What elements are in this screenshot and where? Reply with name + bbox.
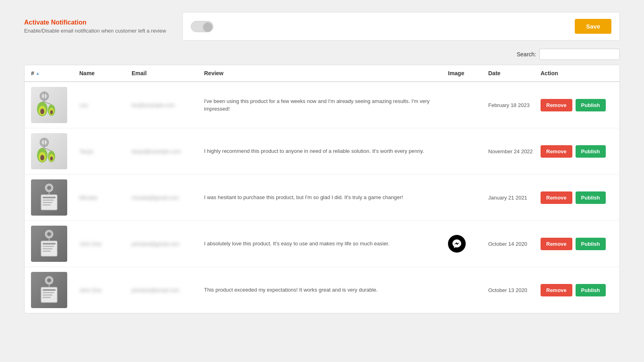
publish-button[interactable]: Publish <box>576 284 606 296</box>
svg-rect-34 <box>43 243 56 245</box>
col-hash: # ▲ <box>31 70 79 76</box>
reviewer-name: John Doe <box>79 287 132 293</box>
reviewer-email: johndoe@email.com <box>132 287 204 293</box>
review-content: I highly recommend this product to anyon… <box>204 147 448 155</box>
svg-rect-28 <box>43 202 52 203</box>
notification-title: Activate Notification <box>24 19 166 26</box>
svg-rect-26 <box>43 197 56 198</box>
review-date: February 18 2023 <box>488 102 541 108</box>
svg-rect-36 <box>43 248 52 249</box>
reviewer-name: Micaela <box>79 195 132 201</box>
notification-bar: Activate Notification Enable/Disable ema… <box>24 12 620 41</box>
remove-button[interactable]: Remove <box>541 191 572 204</box>
reviewer-email: micaela@gmail.com <box>132 195 204 201</box>
publish-button[interactable]: Publish <box>576 99 606 111</box>
review-date: October 14 2020 <box>488 241 541 247</box>
svg-point-31 <box>47 232 52 237</box>
search-input[interactable] <box>539 49 620 60</box>
hash-label: # <box>31 70 34 76</box>
product-thumbnail <box>31 133 67 169</box>
table-row: Micaela micaela@gmail.com I was hesitant… <box>25 175 619 221</box>
product-thumbnail <box>31 272 67 308</box>
svg-point-18 <box>50 156 53 160</box>
table-row: Tanya tanya@example.com I highly recomme… <box>25 128 619 175</box>
review-date: November 24 2022 <box>488 148 541 154</box>
sort-arrow-icon[interactable]: ▲ <box>36 71 40 76</box>
review-image-cell <box>448 235 488 253</box>
svg-rect-42 <box>43 289 56 291</box>
col-image: Image <box>448 70 488 76</box>
svg-rect-27 <box>43 200 54 201</box>
action-cell: Remove Publish <box>541 284 613 296</box>
svg-point-7 <box>50 110 53 114</box>
svg-point-39 <box>47 278 52 283</box>
table-row: John Doe johndoe@email.com This product … <box>25 267 619 313</box>
review-content: I've been using this product for a few w… <box>204 97 448 113</box>
col-date: Date <box>488 70 541 76</box>
messenger-logo-svg <box>452 239 462 249</box>
notification-description: Enable/Disable email notification when c… <box>24 28 166 34</box>
svg-rect-29 <box>43 204 51 206</box>
svg-rect-43 <box>43 292 54 293</box>
col-email: Email <box>132 70 204 76</box>
publish-button[interactable]: Publish <box>576 191 606 204</box>
reviews-table: # ▲ Name Email Review Image Date Action <box>24 65 620 313</box>
review-content: This product exceeded my expectations! I… <box>204 286 448 294</box>
table-row: John Doe johndoe@gmail.com I absolutely … <box>25 221 619 267</box>
col-review: Review <box>204 70 448 76</box>
remove-button[interactable]: Remove <box>541 284 572 296</box>
col-name: Name <box>79 70 132 76</box>
search-bar: Search: <box>24 49 620 60</box>
svg-rect-44 <box>43 294 52 296</box>
remove-button[interactable]: Remove <box>541 145 572 158</box>
reviewer-name: Leo <box>79 102 132 108</box>
save-button[interactable]: Save <box>575 19 611 34</box>
remove-button[interactable]: Remove <box>541 99 572 111</box>
table-row: Leo leo@example.com I've been using this… <box>25 82 619 128</box>
review-content: I was hesitant to purchase this product,… <box>204 193 448 202</box>
toggle-track <box>191 21 213 32</box>
avocado-keychain-svg <box>32 88 66 122</box>
notification-panel: Save <box>182 12 620 41</box>
review-date: January 21 2021 <box>488 195 541 201</box>
svg-point-15 <box>40 155 44 160</box>
svg-rect-37 <box>43 251 51 252</box>
reviewer-name: Tanya <box>79 148 132 154</box>
reviewer-email: johndoe@gmail.com <box>132 241 204 247</box>
product-thumbnail <box>31 179 67 216</box>
publish-button[interactable]: Publish <box>576 238 606 250</box>
table-header: # ▲ Name Email Review Image Date Action <box>25 65 619 82</box>
messenger-icon <box>448 235 466 253</box>
action-cell: Remove Publish <box>541 99 613 111</box>
action-cell: Remove Publish <box>541 191 613 204</box>
action-cell: Remove Publish <box>541 145 613 158</box>
action-cell: Remove Publish <box>541 238 613 250</box>
svg-point-23 <box>47 185 52 190</box>
reviewer-email: leo@example.com <box>132 102 204 108</box>
tag-keychain-svg <box>32 181 66 215</box>
product-thumbnail <box>31 87 67 123</box>
svg-rect-35 <box>43 246 54 247</box>
product-thumbnail <box>31 226 67 262</box>
toggle-thumb <box>203 23 212 31</box>
avocado-keychain-svg <box>32 134 66 169</box>
tag-keychain-svg <box>32 273 66 307</box>
svg-rect-45 <box>43 297 51 298</box>
notification-info: Activate Notification Enable/Disable ema… <box>24 19 166 34</box>
tag-keychain-svg <box>32 227 66 261</box>
reviewer-email: tanya@example.com <box>132 148 204 154</box>
search-label: Search: <box>517 51 536 58</box>
review-content: I absolutely love this product. It's eas… <box>204 240 448 248</box>
notification-toggle[interactable] <box>191 21 213 32</box>
col-action: Action <box>541 70 613 76</box>
svg-point-4 <box>40 109 44 114</box>
publish-button[interactable]: Publish <box>576 145 606 158</box>
remove-button[interactable]: Remove <box>541 238 572 250</box>
review-date: October 13 2020 <box>488 287 541 293</box>
reviewer-name: John Doe <box>79 241 132 247</box>
